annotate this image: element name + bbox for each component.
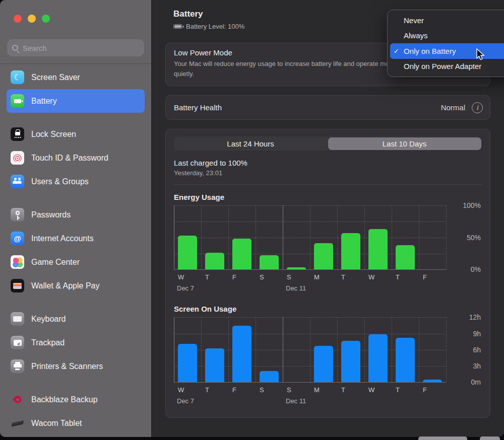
usage-card: Last 24 HoursLast 10 Days Last charged t… xyxy=(165,129,490,418)
sidebar-item-label: Backblaze Backup xyxy=(31,395,98,404)
chart-x-axis: WTFSSMTWTF xyxy=(174,382,482,395)
menu-item-only-on-battery[interactable]: ✓Only on Battery xyxy=(390,43,504,59)
y-tick-label: 9h xyxy=(473,329,481,338)
x-tick-label: F xyxy=(423,386,427,394)
sidebar-item-label: Wallet & Apple Pay xyxy=(31,281,99,290)
battery-tile-icon xyxy=(11,94,24,108)
bar xyxy=(260,255,279,269)
battery-health-label: Battery Health xyxy=(174,103,222,112)
sidebar-item-label: Keyboard xyxy=(31,315,66,324)
mouse-cursor xyxy=(476,48,487,60)
chart-title: Screen On Usage xyxy=(174,305,482,313)
sidebar-item-label: Trackpad xyxy=(31,338,65,347)
sidebar-item-touch-id-password[interactable]: Touch ID & Password xyxy=(7,146,145,170)
sidebar-item-label: Wacom Tablet xyxy=(31,419,82,428)
info-icon[interactable]: i xyxy=(472,102,483,113)
sidebar-item-passwords[interactable]: Passwords xyxy=(7,203,145,227)
x-tick-label: F xyxy=(232,273,236,281)
bar xyxy=(232,239,251,269)
x-tick-label: W xyxy=(178,386,184,394)
sidebar-item-trackpad[interactable]: Trackpad xyxy=(7,331,145,354)
y-tick-label: 100% xyxy=(463,201,481,210)
screen-saver-icon: ☾ xyxy=(11,70,24,84)
period-label: Dec 7 xyxy=(177,284,194,292)
keyboard-icon xyxy=(11,312,24,326)
menu-item-always[interactable]: Always xyxy=(390,28,504,44)
x-tick-label: W xyxy=(178,273,184,281)
x-tick-label: F xyxy=(423,273,427,281)
menu-item-only-on-power-adapter[interactable]: Only on Power Adapter xyxy=(390,59,504,75)
zoom-button[interactable] xyxy=(42,15,50,23)
users-groups-icon xyxy=(11,175,24,188)
period-label: Dec 7 xyxy=(177,397,194,405)
backblaze-icon xyxy=(11,393,24,406)
menu-item-never[interactable]: Never xyxy=(390,13,504,28)
bar xyxy=(232,326,251,382)
search-input[interactable]: Search xyxy=(7,39,144,56)
sidebar-item-game-center[interactable]: Game Center xyxy=(7,250,145,274)
bar xyxy=(368,229,388,269)
sidebar-item-label: Battery xyxy=(31,97,57,106)
sidebar-item-backblaze-backup[interactable]: Backblaze Backup xyxy=(7,388,145,411)
bar xyxy=(205,253,224,269)
charts-container: Energy Usage100%50%0%WTFSSMTWTFDec 7Dec … xyxy=(174,193,482,409)
sidebar-item-label: Touch ID & Password xyxy=(31,154,108,163)
sidebar-item-keyboard[interactable]: Keyboard xyxy=(7,307,145,331)
x-tick-label: T xyxy=(205,273,209,281)
wacom-icon xyxy=(11,416,24,430)
bar xyxy=(178,344,197,382)
bar xyxy=(260,371,279,383)
bar xyxy=(396,338,415,382)
wallet-icon xyxy=(11,279,24,292)
bar xyxy=(368,334,388,383)
menu-item-label: Only on Power Adapter xyxy=(404,62,481,70)
chart-plot xyxy=(174,317,446,382)
game-center-icon xyxy=(11,255,24,269)
sidebar-nav: ☾Screen SaverBatteryLock ScreenTouch ID … xyxy=(0,64,151,435)
sidebar-item-label: Game Center xyxy=(31,258,80,267)
battery-level-label: Battery Level: 100% xyxy=(186,23,244,30)
trackpad-icon xyxy=(11,336,24,349)
tab-last-10-days[interactable]: Last 10 Days xyxy=(328,137,481,150)
dock-partial-item xyxy=(418,436,467,440)
bar xyxy=(178,236,197,269)
chart-x-axis: WTFSSMTWTF xyxy=(174,269,482,282)
sidebar-item-users-groups[interactable]: Users & Groups xyxy=(7,170,145,193)
sidebar-item-screen-saver[interactable]: ☾Screen Saver xyxy=(7,65,145,89)
bar xyxy=(341,341,360,383)
sidebar-item-label: Users & Groups xyxy=(31,177,89,186)
sidebar-item-battery[interactable]: Battery xyxy=(7,89,145,113)
sidebar-item-wacom-tablet[interactable]: Wacom Tablet xyxy=(7,411,145,435)
bar xyxy=(314,346,333,382)
system-settings-window: Search ☾Screen SaverBatteryLock ScreenTo… xyxy=(0,0,504,437)
sidebar-item-lock-screen[interactable]: Lock Screen xyxy=(7,122,145,146)
sidebar-item-wallet-apple-pay[interactable]: Wallet & Apple Pay xyxy=(7,274,145,298)
x-tick-label: T xyxy=(205,386,209,394)
x-tick-label: T xyxy=(396,386,400,394)
close-button[interactable] xyxy=(14,15,22,23)
sidebar-item-label: Passwords xyxy=(31,210,71,219)
period-label: Dec 11 xyxy=(286,397,306,405)
sidebar-item-label: Screen Saver xyxy=(31,73,80,82)
battery-health-card: Battery Health Normal i xyxy=(165,95,490,120)
x-tick-label: W xyxy=(368,386,374,394)
y-tick-label: 6h xyxy=(473,345,481,354)
battery-health-value: Normal xyxy=(441,103,465,112)
chart-period-labels: Dec 7Dec 11 xyxy=(174,395,482,409)
sidebar-group: Lock ScreenTouch ID & PasswordUsers & Gr… xyxy=(7,122,145,193)
sidebar-group: Backblaze BackupWacom Tablet xyxy=(7,388,145,435)
sidebar-group: ☾Screen SaverBattery xyxy=(7,65,145,113)
minimize-button[interactable] xyxy=(28,15,36,23)
last-charged-subtitle: Yesterday, 23:01 xyxy=(174,169,482,177)
sidebar-item-printers-scanners[interactable]: Printers & Scanners xyxy=(7,354,145,378)
x-tick-label: M xyxy=(314,273,320,281)
x-tick-label: S xyxy=(287,386,291,394)
chart-plot xyxy=(174,205,446,269)
sidebar-item-internet-accounts[interactable]: @Internet Accounts xyxy=(7,227,145,250)
sidebar-group: KeyboardTrackpadPrinters & Scanners xyxy=(7,307,145,378)
y-tick-label: 3h xyxy=(473,361,481,371)
menu-item-label: Always xyxy=(404,31,428,40)
tab-last-24-hours[interactable]: Last 24 Hours xyxy=(174,136,327,151)
x-tick-label: T xyxy=(341,273,345,281)
dock-partial-item xyxy=(480,436,500,440)
